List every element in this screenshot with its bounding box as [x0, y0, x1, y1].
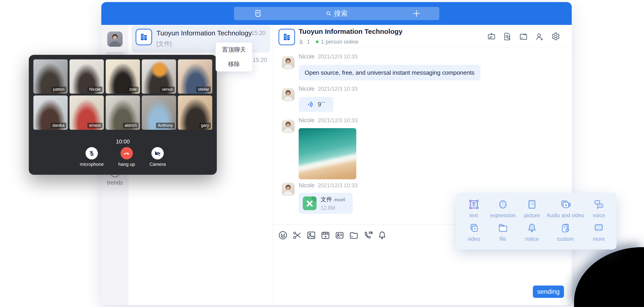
image-icon[interactable]	[306, 230, 316, 241]
member-count: 1	[307, 39, 310, 45]
panel-item-custom[interactable]: custom	[546, 222, 584, 245]
composer-toolbar	[278, 230, 388, 241]
search-icon	[326, 10, 332, 17]
panel-item-video[interactable]: video	[459, 222, 488, 245]
participant-name: aldrich	[123, 123, 138, 128]
chat-header: Tuoyun Information Technology 1 1 person…	[272, 25, 572, 48]
menu-item-pin-chat[interactable]: 置顶聊天	[216, 42, 252, 57]
participant-name: ernest	[87, 123, 102, 128]
more-icon	[592, 222, 605, 234]
participant-video: aldrich	[106, 95, 140, 130]
building-icon	[139, 32, 149, 42]
file-message-bubble[interactable]: 文件 .excel 12.8M	[299, 193, 353, 214]
notification-bell-icon[interactable]	[377, 230, 388, 241]
participant-video: stellar	[178, 59, 212, 94]
participant-video: venus	[142, 59, 176, 94]
message-meta: Nicole 2021/12/3 10:33	[299, 53, 358, 60]
video-clapper-icon[interactable]	[320, 230, 331, 241]
camera-label: Camera	[150, 162, 166, 167]
panel-item-picture[interactable]: picture	[518, 198, 546, 222]
message-type-panel: text expression picture	[456, 193, 616, 250]
search-input[interactable]: 搜索	[326, 7, 348, 20]
participant-name: venus	[160, 87, 175, 92]
screen: 搜索 trends	[0, 0, 644, 307]
message-time: 2021/12/3 10:33	[318, 53, 358, 60]
group-notice-icon[interactable]	[487, 32, 496, 41]
camera-muted-button[interactable]	[152, 147, 164, 159]
trends-label: trends	[101, 179, 128, 186]
participant-video: Nicole	[70, 59, 104, 94]
top-bar: 搜索	[101, 2, 572, 25]
microphone-muted-button[interactable]	[86, 147, 98, 159]
call-log-icon[interactable]	[254, 9, 262, 18]
participant-name: Anthony	[156, 123, 175, 128]
chat-record-search-icon[interactable]	[503, 32, 512, 41]
image-message-beach-photo[interactable]	[299, 128, 356, 179]
group-file-icon[interactable]	[519, 32, 528, 41]
file-name: 文件	[321, 196, 332, 202]
plus-icon[interactable]	[412, 9, 421, 18]
contact-card-icon[interactable]	[334, 230, 345, 241]
participant-name: Nicole	[87, 87, 102, 92]
panel-item-file[interactable]: file	[488, 222, 517, 245]
custom-icon	[559, 222, 572, 234]
participant-video: danika	[34, 95, 68, 130]
participant-name: patton	[51, 87, 66, 92]
online-dot	[316, 40, 318, 43]
sender-name: Nicole	[299, 182, 314, 189]
notice-icon	[526, 222, 538, 234]
voice-message-bubble[interactable]: 9``	[299, 97, 334, 112]
participant-grid: patton Nicole zole venus stellar danika …	[34, 59, 212, 130]
send-button[interactable]: sending	[533, 286, 564, 298]
call-controls: microphone hang up	[29, 147, 217, 167]
voice-wave-icon	[307, 100, 315, 108]
panel-item-expression[interactable]: expression	[488, 198, 517, 222]
building-icon	[282, 32, 292, 42]
emoji-icon[interactable]	[278, 230, 288, 241]
search-bar[interactable]: 搜索	[234, 7, 439, 20]
excel-file-icon	[303, 196, 316, 210]
conversation-time: 15:20	[251, 30, 266, 36]
conversation-time: 15:20	[253, 57, 267, 63]
participant-name: danika	[50, 123, 66, 128]
video-call-icon[interactable]	[363, 230, 373, 241]
panel-item-text[interactable]: text	[459, 198, 488, 222]
participant-video: gary	[178, 95, 212, 130]
panel-item-audio-video[interactable]: Audio and video	[546, 198, 584, 222]
conversation-title: Tuoyun Information Technology	[156, 29, 252, 37]
my-profile-avatar[interactable]	[107, 31, 122, 47]
message-time: 2021/12/3 10:33	[318, 182, 358, 189]
video-call-overlay: patton Nicole zole venus stellar danika …	[29, 55, 217, 175]
participant-name: gary	[199, 123, 211, 128]
message-time: 2021/12/3 10:33	[318, 86, 358, 92]
panel-item-more[interactable]: more	[584, 222, 613, 245]
search-placeholder: 搜索	[334, 9, 348, 18]
participant-video: patton	[34, 59, 68, 94]
group-avatar[interactable]	[278, 29, 295, 45]
sender-name: Nicole	[299, 85, 314, 92]
menu-item-remove[interactable]: 移除	[216, 57, 252, 71]
sender-avatar	[282, 183, 294, 196]
background-artifact	[574, 247, 644, 307]
screenshot-scissors-icon[interactable]	[292, 230, 302, 241]
audio-video-icon	[559, 198, 572, 211]
panel-item-voice[interactable]: voice	[584, 198, 613, 222]
camera-muted-icon	[154, 150, 161, 157]
chat-subtitle: 1 1 person online	[299, 39, 358, 45]
participant-name: stellar	[196, 87, 211, 92]
microphone-label: microphone	[80, 162, 104, 167]
message-meta: Nicole 2021/12/3 10:33	[299, 182, 358, 189]
sender-avatar	[282, 56, 294, 69]
panel-item-notice[interactable]: notice	[518, 222, 546, 245]
hang-up-button[interactable]	[120, 147, 133, 159]
settings-gear-icon[interactable]	[551, 32, 560, 41]
expression-icon	[497, 198, 509, 211]
picture-icon	[526, 198, 538, 211]
mic-muted-icon	[88, 150, 95, 157]
hang-up-icon	[123, 150, 130, 157]
participant-video: Anthony	[142, 95, 176, 130]
file-folder-icon[interactable]	[348, 230, 359, 241]
text-icon	[468, 198, 480, 211]
add-member-icon[interactable]	[535, 32, 544, 41]
text-message-bubble[interactable]: Open source, free, and universal instant…	[299, 65, 480, 80]
